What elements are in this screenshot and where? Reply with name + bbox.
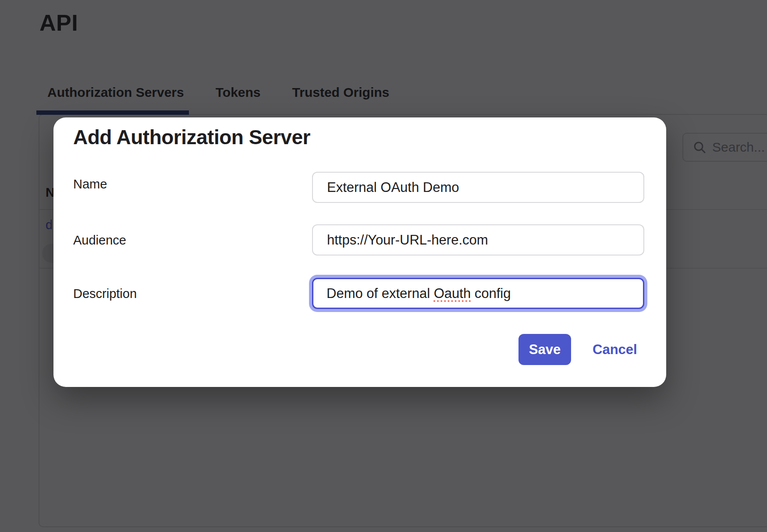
name-label: Name [73,177,107,192]
modal-title: Add Authorization Server [73,125,310,149]
cancel-button[interactable]: Cancel [593,339,637,360]
add-authorization-server-modal: Add Authorization Server Name Audience D… [53,117,666,387]
description-text-before: Demo of external [327,286,434,301]
description-text-after: config [471,286,511,301]
description-misspelled-word: Oauth [434,286,471,301]
description-field[interactable]: Demo of external Oauth config [312,278,644,309]
description-label: Description [73,287,137,301]
audience-label: Audience [73,233,126,248]
name-field[interactable] [312,172,644,203]
save-button[interactable]: Save [518,334,571,365]
audience-field[interactable] [312,224,644,255]
